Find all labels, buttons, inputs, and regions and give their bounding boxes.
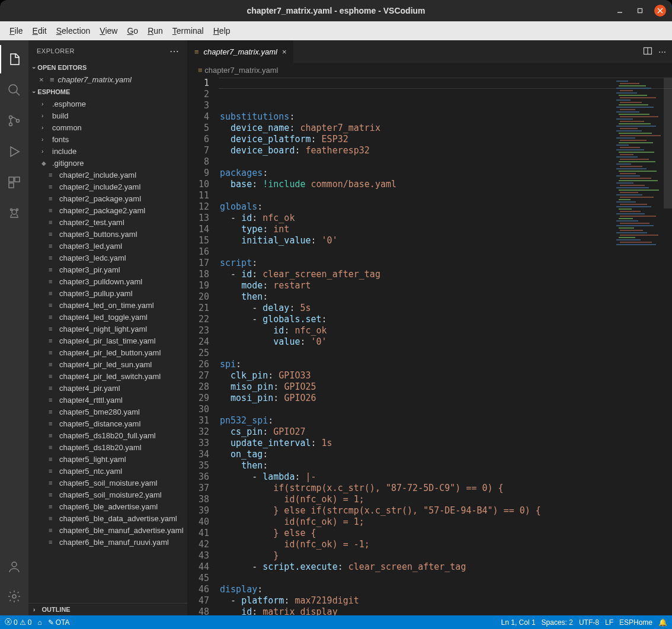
file-item[interactable]: ≡chapter2_test.yaml	[28, 216, 187, 228]
workspace-label: ESPHOME	[37, 88, 70, 95]
titlebar: chapter7_matrix.yaml - esphome - VSCodiu…	[0, 0, 672, 21]
file-item[interactable]: ≡chapter5_ds18b20_full.yaml	[28, 429, 187, 441]
breadcrumb[interactable]: ≡ chapter7_matrix.yaml	[187, 63, 672, 78]
menu-run[interactable]: Run	[144, 24, 167, 38]
status-eol[interactable]: LF	[605, 618, 613, 627]
run-debug-icon[interactable]	[0, 137, 28, 166]
open-editors-section[interactable]: ›OPEN EDITORS	[28, 62, 187, 73]
folder-.esphome[interactable]: ›.esphome	[28, 98, 187, 110]
folder-common[interactable]: ›common	[28, 121, 187, 133]
code-content[interactable]: substitutions: device_name: chapter7_mat…	[220, 78, 672, 615]
file-item[interactable]: ≡chapter2_include2.yaml	[28, 181, 187, 192]
folder-fonts[interactable]: ›fonts	[28, 133, 187, 145]
svg-point-6	[9, 116, 12, 119]
outline-label: OUTLINE	[41, 606, 70, 613]
status-problems[interactable]: ⓧ 0 ⚠ 0	[5, 617, 31, 627]
file-item[interactable]: ≡chapter4_pir_led_sun.yaml	[28, 358, 187, 370]
file-item[interactable]: ≡chapter2_package.yaml	[28, 192, 187, 204]
svg-rect-1	[638, 9, 642, 13]
code-editor[interactable]: 1234567891011121314151617181920212223242…	[187, 78, 672, 615]
menu-selection[interactable]: Selection	[53, 24, 94, 38]
extensions-icon[interactable]	[0, 168, 28, 197]
status-ota[interactable]: ✎ OTA	[48, 618, 70, 627]
file-item[interactable]: ≡chapter5_soil_moisture.yaml	[28, 477, 187, 489]
file-item[interactable]: ≡chapter3_pullup.yaml	[28, 287, 187, 299]
file-item[interactable]: ≡chapter5_ds18b20.yaml	[28, 441, 187, 453]
line-gutter: 1234567891011121314151617181920212223242…	[187, 78, 220, 615]
menu-help[interactable]: Help	[210, 24, 234, 38]
explorer-more-icon[interactable]: ⋯	[169, 46, 180, 57]
file-item[interactable]: ≡chapter6_ble_manuf_ruuvi.yaml	[28, 536, 187, 548]
file-item[interactable]: ≡chapter3_ledc.yaml	[28, 252, 187, 264]
file-item[interactable]: ≡chapter4_night_light.yaml	[28, 323, 187, 335]
file-item[interactable]: ≡chapter5_bme280.yaml	[28, 406, 187, 418]
file-item[interactable]: ≡chapter4_pir_last_time.yaml	[28, 335, 187, 346]
folder-build[interactable]: ›build	[28, 110, 187, 121]
file-item[interactable]: ≡chapter4_pir_led_switch.yaml	[28, 370, 187, 382]
tab-bar: ≡ chapter7_matrix.yaml × ⋯	[187, 40, 672, 63]
svg-point-12	[12, 210, 17, 214]
file-item[interactable]: ≡chapter4_pir_led_button.yaml	[28, 346, 187, 358]
outline-section[interactable]: › OUTLINE	[28, 603, 187, 615]
file-item[interactable]: ≡chapter5_soil_moisture2.yaml	[28, 489, 187, 500]
file-item[interactable]: ≡chapter6_ble_advertise.yaml	[28, 500, 187, 512]
menu-edit[interactable]: Edit	[29, 24, 50, 38]
maximize-button[interactable]	[634, 5, 646, 17]
minimap[interactable]	[615, 81, 663, 270]
file-item[interactable]: ≡chapter5_light.yaml	[28, 453, 187, 465]
menu-go[interactable]: Go	[123, 24, 142, 38]
menu-file[interactable]: File	[6, 24, 27, 38]
file-item[interactable]: ≡chapter3_pir.yaml	[28, 264, 187, 275]
file-gitignore[interactable]: .gitignore	[28, 157, 187, 169]
window-title: chapter7_matrix.yaml - esphome - VSCodiu…	[247, 6, 425, 15]
file-item[interactable]: ≡chapter2_package2.yaml	[28, 204, 187, 216]
file-item[interactable]: ≡chapter3_led.yaml	[28, 240, 187, 252]
file-icon: ≡	[50, 75, 55, 84]
explorer-icon[interactable]	[0, 45, 28, 73]
minimize-button[interactable]	[614, 5, 626, 17]
status-bar: ⓧ 0 ⚠ 0 ⌂ ✎ OTA Ln 1, Col 1 Spaces: 2 UT…	[0, 615, 672, 629]
vertical-scrollbar[interactable]	[664, 78, 672, 615]
menu-terminal[interactable]: Terminal	[169, 24, 207, 38]
file-item[interactable]: ≡chapter4_led_on_time.yaml	[28, 299, 187, 311]
tab-close-icon[interactable]: ×	[282, 47, 287, 56]
editor-area: ≡ chapter7_matrix.yaml × ⋯ ≡ chapter7_ma…	[187, 40, 672, 615]
split-editor-icon[interactable]	[643, 46, 652, 57]
svg-point-8	[17, 120, 20, 123]
tab-active[interactable]: ≡ chapter7_matrix.yaml ×	[187, 40, 294, 63]
status-notifications-icon[interactable]: 🔔	[658, 618, 667, 627]
editor-more-icon[interactable]: ⋯	[658, 47, 666, 56]
svg-point-7	[9, 123, 12, 126]
file-item[interactable]: ≡chapter4_rtttl.yaml	[28, 394, 187, 406]
close-button[interactable]	[654, 5, 666, 17]
status-indentation[interactable]: Spaces: 2	[542, 618, 573, 627]
file-item[interactable]: ≡chapter5_ntc.yaml	[28, 465, 187, 477]
folder-include[interactable]: ›include	[28, 145, 187, 157]
accounts-icon[interactable]	[0, 553, 28, 581]
source-control-icon[interactable]	[0, 107, 28, 135]
status-cursor-position[interactable]: Ln 1, Col 1	[501, 618, 536, 627]
search-icon[interactable]	[0, 76, 28, 104]
file-item[interactable]: ≡chapter4_led_toggle.yaml	[28, 311, 187, 323]
file-item[interactable]: ≡chapter2_include.yaml	[28, 169, 187, 181]
file-item[interactable]: ≡chapter3_buttons.yaml	[28, 228, 187, 240]
file-item[interactable]: ≡chapter5_distance.yaml	[28, 418, 187, 429]
file-item[interactable]: ≡chapter6_ble_data_advertise.yaml	[28, 512, 187, 524]
svg-point-14	[17, 209, 18, 211]
workspace-section[interactable]: ›ESPHOME	[28, 86, 187, 98]
status-home-icon[interactable]: ⌂	[37, 618, 41, 627]
file-item[interactable]: ≡chapter4_pir.yaml	[28, 382, 187, 394]
open-editor-item[interactable]: × ≡ chapter7_matrix.yaml	[28, 73, 187, 86]
settings-gear-icon[interactable]	[0, 582, 28, 611]
file-item[interactable]: ≡chapter3_pulldown.yaml	[28, 275, 187, 287]
svg-rect-9	[9, 177, 14, 182]
esphome-icon[interactable]	[0, 199, 28, 227]
file-item[interactable]: ≡chapter6_ble_manuf_advertise.yaml	[28, 524, 187, 536]
status-language[interactable]: ESPHome	[619, 618, 652, 627]
close-editor-icon[interactable]: ×	[39, 75, 46, 84]
svg-point-4	[9, 85, 17, 93]
svg-rect-10	[15, 177, 20, 182]
menu-view[interactable]: View	[96, 24, 121, 38]
status-encoding[interactable]: UTF-8	[579, 618, 599, 627]
svg-point-13	[11, 209, 12, 211]
